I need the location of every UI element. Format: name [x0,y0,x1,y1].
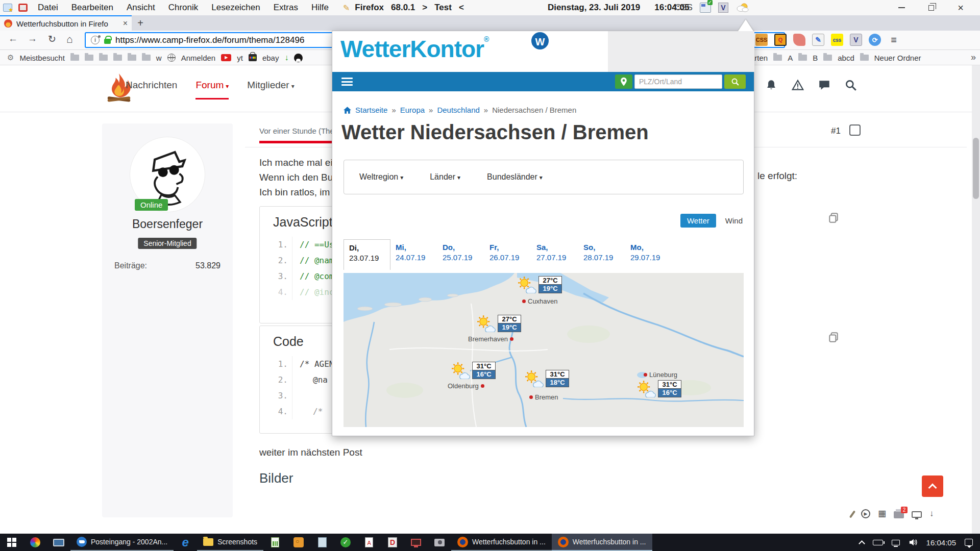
taskbar-app-colorful[interactable] [23,534,47,551]
taskbar-app-camera[interactable] [428,534,451,551]
bookmark-folder[interactable] [85,55,93,61]
menu-chronik[interactable]: Chronik [168,3,199,13]
filter-laender[interactable]: Länder▾ [430,172,460,182]
bell-icon[interactable] [765,79,778,92]
wetterfuchs-cloud-icon[interactable] [736,2,750,13]
calendar-check-icon[interactable] [700,3,711,13]
warning-icon[interactable] [791,79,804,92]
day-tab-mi[interactable]: Mi,24.07.19 [390,239,437,270]
bookmark-meistbesucht[interactable]: Meistbesucht [19,54,64,62]
filter-bundeslaender[interactable]: Bundesländer▾ [487,172,543,182]
battery-icon[interactable] [873,540,883,545]
css-extension-icon[interactable]: CSS [755,34,768,46]
post-number[interactable]: #1 [831,126,841,136]
chat-icon[interactable] [818,79,831,92]
notes-extension-icon[interactable] [812,34,824,46]
bookmark-abcd[interactable]: abcd [838,54,854,62]
taskbar-app-edge[interactable]: e [174,534,197,551]
wetterkontor-logo[interactable]: WetterKontor® [340,35,488,63]
breadcrumb-europa[interactable]: Europa [400,106,425,114]
bookmark-folder[interactable] [99,55,108,61]
bookmark-folder[interactable] [70,55,79,61]
day-tab-so[interactable]: So,28.07.19 [578,239,625,270]
bookmark-yt[interactable]: yt [237,54,243,62]
menu-bearbeiten[interactable]: Bearbeiten [71,3,113,13]
search-input[interactable] [634,74,722,89]
ssl-lock-icon[interactable] [104,39,111,44]
menu-datei[interactable]: Datei [38,3,58,13]
taskbar-app-cards[interactable]: A [357,534,381,551]
tray-chevron-icon[interactable] [859,540,865,547]
day-tab-mo[interactable]: Mo,29.07.19 [625,239,672,270]
home-icon[interactable] [344,107,351,114]
day-tab-di[interactable]: Di,23.07.19 [344,239,390,270]
menu-ansicht[interactable]: Ansicht [127,3,155,13]
v-extension-icon[interactable]: V [850,34,862,46]
tab-close-icon[interactable]: × [123,19,128,28]
taskbar-clock[interactable]: 16:04:05 [926,538,956,547]
day-tab-fr[interactable]: Fr,26.07.19 [484,239,531,270]
back-button[interactable]: ← [8,33,18,44]
page-scrollbar[interactable] [972,65,980,534]
bookmark-anmelden[interactable]: Anmelden [181,54,216,62]
taskbar-button-mail[interactable]: Posteingang - 2002An... [70,534,174,551]
wetter-button[interactable]: Wetter [680,214,716,228]
speaker-icon[interactable] [909,538,918,546]
nav-forum[interactable]: Forum▾ [195,80,229,99]
session-manager-icon[interactable] [3,4,12,12]
github-icon[interactable] [294,54,303,62]
css-yellow-extension-icon[interactable]: css [831,34,843,46]
start-button[interactable] [0,534,23,551]
taskbar-app-check[interactable]: ✓ [334,534,357,551]
scrapbook-icon[interactable] [18,4,28,12]
day-tab-do[interactable]: Do,25.07.19 [437,239,484,270]
network-icon[interactable] [892,540,900,545]
wind-button[interactable]: Wind [725,216,743,225]
taskbar-app-monitor[interactable] [47,534,70,551]
filter-weltregion[interactable]: Weltregion▾ [359,172,403,182]
geolocation-button[interactable] [615,74,632,89]
download-arrow-icon[interactable]: ↓ [284,53,288,62]
hamburger-menu-icon[interactable] [341,76,353,88]
day-tab-sa[interactable]: Sa,27.07.19 [531,239,578,270]
weather-marker-bremerhaven[interactable]: 27°C19°C [475,315,521,332]
bookmark-folder-b[interactable] [798,55,807,61]
breadcrumb-deutschland[interactable]: Deutschland [437,106,479,114]
weather-marker-bremen[interactable]: 31°C18°C [523,370,569,387]
download-icon[interactable]: ↓ [929,509,934,519]
app-menu-icon[interactable]: ≡ [888,34,900,46]
weather-marker-oldenburg[interactable]: 31°C16°C [450,362,496,379]
restore-button[interactable] [928,5,934,11]
bookmark-folder-neuer-ordner[interactable] [860,55,869,61]
reload-button[interactable]: ↻ [48,33,56,45]
bookmarks-overflow-icon[interactable]: » [971,52,976,63]
scrollbar-thumb[interactable] [973,138,979,199]
bookmark-ebay[interactable]: ebay [262,54,279,62]
search-button[interactable] [724,74,746,89]
taskbar-app-d[interactable]: D [381,534,404,551]
bookmark-a[interactable]: A [788,54,793,62]
post-checkbox[interactable] [849,124,861,136]
action-center-icon[interactable] [965,539,973,546]
bookmark-folder[interactable] [128,55,136,61]
taskbar-app-notepad[interactable] [310,534,334,551]
menu-extras[interactable]: Extras [274,3,298,13]
taskbar-button-screenshots[interactable]: Screenshots [197,534,263,551]
bookmark-neuer-ordner[interactable]: Neuer Ordner [874,54,921,62]
bookmark-folder-w[interactable] [142,55,151,61]
post-timestamp[interactable]: Vor einer Stunde (The [259,127,334,135]
copy-icon[interactable] [828,332,839,343]
taskbar-app-doc[interactable] [263,534,287,551]
weather-marker-cuxhaven[interactable]: 27°C19°C [516,276,562,293]
taskbar-button-firefox-2[interactable]: Wetterfuchsbutton in ... [552,534,652,551]
css-toggle-label[interactable]: CSS [675,3,693,13]
taskbar-button-firefox-1[interactable]: Wetterfuchsbutton in ... [451,534,552,551]
grid-icon[interactable]: ▦ [878,508,886,519]
bookmark-folder-a[interactable] [773,55,782,61]
home-button[interactable]: ⌂ [66,33,73,45]
v-addon-icon[interactable]: V [718,3,728,13]
search-extension-icon[interactable]: Q [774,34,787,46]
weather-marker-lueneburg[interactable]: 31°C16°C [635,380,681,397]
sync-extension-icon[interactable]: ⟳ [869,34,881,46]
nav-nachrichten[interactable]: Nachrichten [126,80,177,91]
